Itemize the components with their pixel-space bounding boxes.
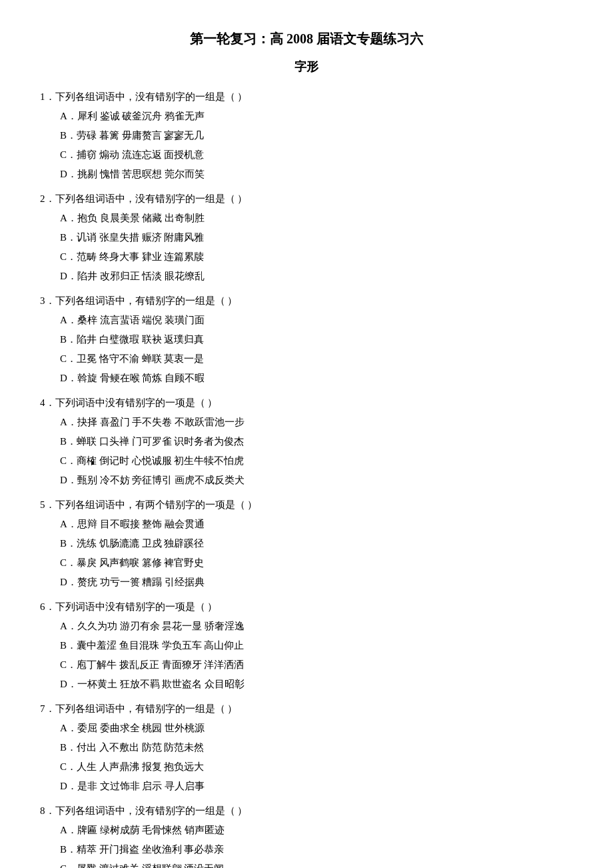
option-line: D．是非 文过饰非 启示 寻人启事: [60, 777, 573, 795]
question-text-2: 2．下列各组词语中，没有错别字的一组是（ ）: [40, 190, 573, 208]
option-line: B．囊中羞涩 鱼目混珠 学负五车 高山仰止: [60, 637, 573, 655]
option-line: D．斡旋 骨鲠在喉 简炼 自顾不暇: [60, 369, 573, 387]
question-text-3: 3．下列各组词语中，有错别字的一组是（ ）: [40, 292, 573, 310]
options-7: A．委屈 委曲求全 桃园 世外桃源B．付出 入不敷出 防范 防范未然C．人生 人…: [40, 719, 573, 795]
question-text-7: 7．下列各组词语中，有错别字的一组是（ ）: [40, 700, 573, 718]
section-title: 字形: [40, 56, 573, 77]
option-line: C．商榷 倒记时 心悦诚服 初生牛犊不怕虎: [60, 452, 573, 470]
option-line: B．蝉联 口头禅 门可罗雀 识时务者为俊杰: [60, 433, 573, 451]
question-block-2: 2．下列各组词语中，没有错别字的一组是（ ）A．抱负 良晨美景 储藏 出奇制胜B…: [40, 190, 573, 285]
option-line: C．人生 人声鼎沸 报复 抱负远大: [60, 758, 573, 776]
option-line: B．洗练 饥肠漉漉 卫戍 独辟蹊径: [60, 535, 573, 553]
question-block-7: 7．下列各组词语中，有错别字的一组是（ ）A．委屈 委曲求全 桃园 世外桃源B．…: [40, 700, 573, 795]
option-line: A．抉择 喜盈门 手不失卷 不敢跃雷池一步: [60, 413, 573, 431]
option-line: D．挑剔 愧惜 苦思暝想 莞尔而笑: [60, 165, 573, 183]
option-line: A．委屈 委曲求全 桃园 世外桃源: [60, 719, 573, 737]
options-8: A．牌匾 绿树成荫 毛骨悚然 销声匿迹B．精萃 开门揖盗 坐收渔利 事必恭亲C．…: [40, 821, 573, 868]
option-line: D．赘疣 功亏一篑 糟蹋 引经据典: [60, 573, 573, 591]
questions-container: 1．下列各组词语中，没有错别字的一组是（ ）A．犀利 鉴诚 破釜沉舟 鸦雀无声B…: [40, 88, 573, 868]
question-block-5: 5．下列各组词语中，有两个错别字的一项是（ ）A．思辩 目不暇接 整饰 融会贯通…: [40, 496, 573, 591]
option-line: C．庖丁解牛 拨乱反正 青面獠牙 洋洋洒洒: [60, 656, 573, 674]
option-line: A．久久为功 游刃有余 昙花一显 骄奢淫逸: [60, 617, 573, 635]
options-1: A．犀利 鉴诚 破釜沉舟 鸦雀无声B．劳碌 暮篱 毋庸赘言 寥寥无几C．捕窃 煽…: [40, 107, 573, 183]
option-line: B．付出 入不敷出 防范 防范未然: [60, 739, 573, 757]
question-block-4: 4．下列词语中没有错别字的一项是（ ）A．抉择 喜盈门 手不失卷 不敢跃雷池一步…: [40, 394, 573, 489]
option-line: C．卫冕 恪守不渝 蝉联 莫衷一是: [60, 350, 573, 368]
option-line: B．劳碌 暮篱 毋庸赘言 寥寥无几: [60, 127, 573, 145]
option-line: B．陷井 白璧微瑕 联袂 返璞归真: [60, 331, 573, 349]
options-4: A．抉择 喜盈门 手不失卷 不敢跃雷池一步B．蝉联 口头禅 门可罗雀 识时务者为…: [40, 413, 573, 489]
options-6: A．久久为功 游刃有余 昙花一显 骄奢淫逸B．囊中羞涩 鱼目混珠 学负五车 高山…: [40, 617, 573, 693]
option-line: C．暴戾 风声鹤唳 篡修 裨官野史: [60, 554, 573, 572]
page-title: 第一轮复习：高 2008 届语文专题练习六: [40, 27, 573, 51]
question-text-4: 4．下列词语中没有错别字的一项是（ ）: [40, 394, 573, 412]
option-line: D．一杯黄土 狂放不羁 欺世盗名 众目昭彰: [60, 675, 573, 693]
options-2: A．抱负 良晨美景 储藏 出奇制胜B．讥诮 张皇失措 赈济 附庸风雅C．范畴 终…: [40, 209, 573, 285]
question-text-6: 6．下列词语中没有错别字的一项是（ ）: [40, 598, 573, 616]
options-5: A．思辩 目不暇接 整饰 融会贯通B．洗练 饥肠漉漉 卫戍 独辟蹊径C．暴戾 风…: [40, 515, 573, 591]
option-line: C．捕窃 煽动 流连忘返 面授机意: [60, 146, 573, 164]
option-line: C．屠戮 渡过难关 浮想联翩 湮没无闻: [60, 860, 573, 868]
question-block-6: 6．下列词语中没有错别字的一项是（ ）A．久久为功 游刃有余 昙花一显 骄奢淫逸…: [40, 598, 573, 693]
option-line: A．犀利 鉴诚 破釜沉舟 鸦雀无声: [60, 107, 573, 125]
question-block-1: 1．下列各组词语中，没有错别字的一组是（ ）A．犀利 鉴诚 破釜沉舟 鸦雀无声B…: [40, 88, 573, 183]
option-line: A．抱负 良晨美景 储藏 出奇制胜: [60, 209, 573, 227]
question-text-1: 1．下列各组词语中，没有错别字的一组是（ ）: [40, 88, 573, 106]
question-text-8: 8．下列各组词语中，没有错别字的一组是（ ）: [40, 802, 573, 820]
question-text-5: 5．下列各组词语中，有两个错别字的一项是（ ）: [40, 496, 573, 514]
question-block-8: 8．下列各组词语中，没有错别字的一组是（ ）A．牌匾 绿树成荫 毛骨悚然 销声匿…: [40, 802, 573, 868]
option-line: D．陷井 改邪归正 恬淡 眼花缭乱: [60, 267, 573, 285]
option-line: A．牌匾 绿树成荫 毛骨悚然 销声匿迹: [60, 821, 573, 839]
option-line: A．思辩 目不暇接 整饰 融会贯通: [60, 515, 573, 533]
question-block-3: 3．下列各组词语中，有错别字的一组是（ ）A．桑梓 流言蜚语 端倪 装璜门面B．…: [40, 292, 573, 387]
option-line: C．范畴 终身大事 肄业 连篇累牍: [60, 248, 573, 266]
option-line: A．桑梓 流言蜚语 端倪 装璜门面: [60, 311, 573, 329]
option-line: B．精萃 开门揖盗 坐收渔利 事必恭亲: [60, 841, 573, 859]
options-3: A．桑梓 流言蜚语 端倪 装璜门面B．陷井 白璧微瑕 联袂 返璞归真C．卫冕 恪…: [40, 311, 573, 387]
option-line: D．甄别 冷不妨 旁征博引 画虎不成反类犬: [60, 471, 573, 489]
option-line: B．讥诮 张皇失措 赈济 附庸风雅: [60, 229, 573, 247]
